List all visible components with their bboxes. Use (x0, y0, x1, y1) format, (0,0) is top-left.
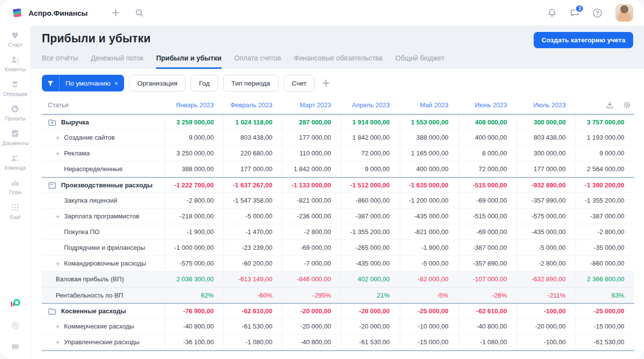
row-label-cell[interactable]: Рентабельность по ВП (42, 288, 165, 302)
row-label-cell[interactable]: +Коммерческие расходы (42, 319, 165, 334)
sidebar-item-operations[interactable]: Операции (3, 80, 27, 97)
table-row[interactable]: +Создание сайтов9 000,00803 438,00177 00… (42, 130, 634, 146)
value-cell: 300 000,00 (517, 115, 576, 129)
table-settings-gear-icon[interactable] (623, 101, 631, 109)
aspro-logo-icon[interactable] (9, 298, 21, 309)
row-label: Валовая прибыль (ВП) (56, 275, 124, 283)
expand-plus-icon[interactable]: + (56, 150, 64, 157)
filter-chip[interactable]: Организация (129, 75, 186, 91)
tab-5[interactable]: Финансовые обязательства (294, 54, 383, 69)
sidebar-item-start[interactable]: Старт (8, 30, 23, 48)
tab-3[interactable]: Прибыли и убытки (156, 54, 222, 69)
row-label: Коммерческие расходы (64, 323, 134, 330)
expand-plus-icon[interactable]: + (56, 338, 64, 346)
table-row[interactable]: +Управленческие расходы-36 100,00-1 080,… (42, 334, 634, 350)
folder-minus-icon[interactable] (48, 181, 57, 190)
search-icon[interactable] (135, 8, 144, 17)
help-icon[interactable]: ? (592, 8, 603, 18)
row-label-cell[interactable]: Выручка (42, 115, 165, 129)
filter-funnel-icon[interactable] (42, 75, 60, 91)
table-row[interactable]: Производственные расходы-1 222 700,00-1 … (42, 177, 634, 193)
column-header-month[interactable]: Март 2023 (282, 96, 341, 114)
table-header-row: Статья Январь 2023Февраль 2023Март 2023А… (42, 96, 634, 114)
row-label-cell[interactable]: Производственные расходы (42, 178, 165, 192)
tab-4[interactable]: Оплата счетов (234, 54, 281, 69)
create-plus-icon[interactable] (111, 8, 120, 17)
table-row[interactable]: +Командировочные расходы-575 000,00-60 2… (42, 256, 634, 271)
column-header-month[interactable]: Апрель 2023 (341, 96, 399, 114)
row-label-cell[interactable]: +Управленческие расходы (42, 334, 165, 350)
value-cell: 177 000,00 (282, 130, 341, 145)
column-header-month[interactable]: Май 2023 (400, 96, 458, 114)
row-label-cell[interactable]: Подрядчики и фрилансеры (42, 240, 165, 255)
filter-chip[interactable]: Тип периода (223, 75, 279, 91)
value-cell: 110 000,00 (282, 146, 341, 161)
messages-chat-icon[interactable]: 3 (570, 8, 580, 18)
column-header-month[interactable]: Январь 2023 (165, 96, 224, 114)
value-cell: -1 900,00 (400, 240, 458, 255)
active-filter-pill[interactable]: По умолчанию × (42, 75, 124, 91)
value-cell: 2 036 300,00 (165, 271, 224, 287)
table-row[interactable]: Подрядчики и фрилансеры-1 000 000,00-23 … (42, 240, 634, 256)
tab-2[interactable]: Денежный поток (91, 54, 143, 69)
row-label-cell[interactable]: Косвенные расходы (42, 304, 165, 318)
sidebar-item-clients[interactable]: Клиенты (5, 55, 26, 72)
expand-plus-icon[interactable]: + (56, 260, 64, 268)
column-header-month[interactable]: Июнь 2023 (458, 96, 517, 114)
expand-plus-icon[interactable]: + (56, 323, 64, 330)
sidebar-item-plan[interactable]: План (9, 178, 21, 195)
row-label-cell[interactable]: Валовая прибыль (ВП) (42, 271, 165, 287)
row-label-cell[interactable]: Закупка лицензий (42, 193, 165, 208)
row-label-cell[interactable]: Покупка ПО (42, 224, 165, 239)
table-row[interactable]: Валовая прибыль (ВП)2 036 300,00-613 149… (42, 271, 634, 287)
filter-chip[interactable]: Счет (284, 75, 315, 91)
tab-1[interactable]: Все отчёты (42, 54, 78, 69)
table-row[interactable]: Нераспределенные388 000,00177 000,001 84… (42, 161, 634, 177)
filter-chip[interactable]: Год (191, 75, 218, 91)
support-chat-icon[interactable] (10, 342, 20, 352)
sidebar-item-projects[interactable]: Проекты (5, 104, 26, 121)
value-cell: 3 259 000,00 (165, 115, 224, 129)
column-header-month[interactable]: Июль 2023 (517, 96, 576, 114)
table-row[interactable]: Рентабельность по ВП62%-60%-295%21%-5%-2… (42, 287, 634, 303)
row-label-cell[interactable]: +Реклама (42, 146, 165, 161)
sidebar-item-team[interactable]: Команда (5, 153, 26, 171)
value-cell: -575 000,00 (517, 209, 576, 224)
column-header-month[interactable]: Февраль 2023 (224, 96, 282, 114)
value-cell: -435 000,00 (517, 224, 576, 239)
table-row[interactable]: Косвенные расходы-76 900,00-62 610,00-20… (42, 303, 634, 319)
row-label: Создание сайтов (64, 134, 115, 141)
page-header: Прибыли и убытки Создать категорию учета… (31, 26, 644, 69)
row-label-cell[interactable]: Нераспределенные (42, 161, 165, 177)
row-label-cell[interactable]: +Создание сайтов (42, 130, 165, 145)
value-cell: -1 547 358,00 (224, 193, 282, 208)
sidebar-item-more[interactable]: Ещё (10, 203, 20, 220)
table-row[interactable]: +Реклама3 250 000,00220 680,00110 000,00… (42, 146, 634, 161)
value-cell: -2 800,00 (165, 193, 224, 208)
row-label-cell[interactable]: +Командировочные расходы (42, 256, 165, 271)
tab-6[interactable]: Общий бюджет (395, 54, 444, 69)
remove-filter-icon[interactable]: × (114, 80, 124, 87)
user-avatar[interactable] (615, 4, 633, 22)
value-cell: 803 438,00 (517, 130, 576, 145)
table-row[interactable]: +Коммерческие расходы-40 800,00-61 530,0… (42, 319, 634, 334)
sidebar-item-documents[interactable]: Документы (2, 129, 29, 146)
row-label-cell[interactable]: +Зарплата программистов (42, 209, 165, 224)
expand-plus-icon[interactable]: + (56, 134, 64, 142)
folder-icon[interactable] (48, 307, 57, 316)
add-filter-icon[interactable] (322, 79, 330, 88)
value-cell: 177 000,00 (517, 161, 576, 177)
table-row[interactable]: Выручка3 259 000,001 024 118,00287 000,0… (42, 114, 634, 130)
table-row[interactable]: Закупка лицензий-2 800,00-1 547 358,00-8… (42, 193, 634, 209)
value-cell: -62 610,00 (458, 304, 517, 318)
notifications-bell-icon[interactable] (547, 8, 557, 18)
table-row[interactable]: Покупка ПО-1 900,00-1 470,00-2 800,00-1 … (42, 224, 634, 240)
value-cell: -69 000,00 (282, 240, 341, 255)
settings-gear-icon[interactable] (10, 321, 20, 330)
table-row[interactable]: +Зарплата программистов-218 000,00-5 000… (42, 209, 634, 224)
folder-plus-icon[interactable] (48, 118, 57, 127)
download-icon[interactable] (606, 101, 614, 109)
expand-plus-icon[interactable]: + (56, 212, 64, 220)
create-category-button[interactable]: Создать категорию учета (534, 32, 633, 48)
value-cell: -846 000,00 (282, 271, 341, 287)
